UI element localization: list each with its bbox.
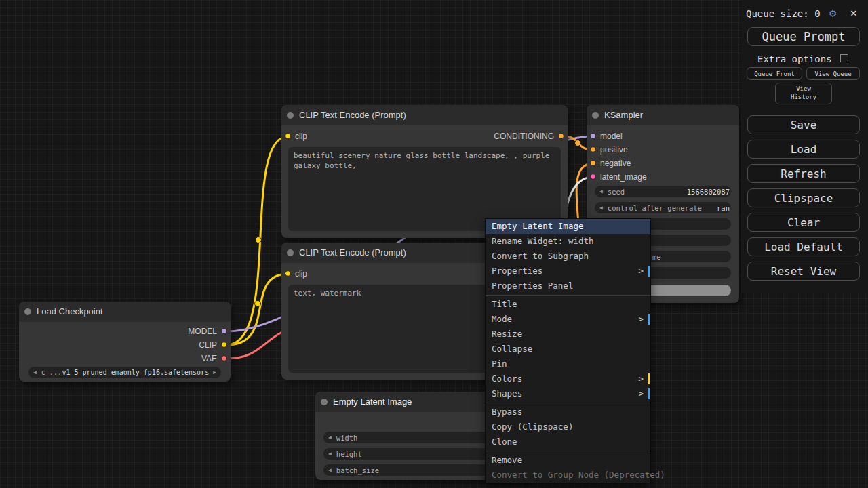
widget-value: v1-5-pruned-emaonly-fp16.safetensors (62, 369, 209, 376)
slot-label: CONDITIONING (494, 130, 554, 142)
menu-separator (486, 451, 650, 451)
menu-item-convert-to-subgraph[interactable]: Convert to Subgraph (486, 249, 650, 264)
menu-item-rename-widget[interactable]: Rename Widget: width (486, 234, 650, 249)
widget-right-arrow-icon[interactable]: ▶ (213, 369, 216, 375)
model-slot-dot[interactable] (590, 133, 596, 139)
view-queue-button[interactable]: View Queue (806, 67, 860, 80)
menu-item-label: Mode (492, 314, 512, 324)
menu-item-shapes[interactable]: Shapes > (486, 386, 650, 401)
node-title: Load Checkpoint (37, 302, 103, 322)
widget-left-arrow-icon[interactable]: ◀ (328, 434, 332, 441)
node-title-bar[interactable]: KSampler (587, 105, 739, 125)
latent-slot-dot[interactable] (590, 174, 596, 180)
menu-item-resize[interactable]: Resize (486, 327, 650, 342)
view-history-button[interactable]: View History (775, 83, 832, 104)
close-icon[interactable]: ✕ (850, 6, 857, 19)
collapse-dot-icon[interactable] (287, 249, 294, 256)
settings-gear-icon[interactable]: ⚙ (829, 6, 836, 20)
widget-value: ran (717, 204, 730, 212)
slot-label: CLIP (199, 339, 217, 351)
menu-item-label: Properties (492, 266, 542, 276)
submenu-arrow-icon: > (638, 371, 644, 386)
output-slot-conditioning[interactable]: CONDITIONING (281, 130, 568, 142)
menu-item-colors[interactable]: Colors > (486, 371, 650, 386)
widget-name-fragment: me (652, 253, 661, 261)
menu-item-mode[interactable]: Mode > (486, 312, 650, 327)
menu-item-copy-clipspace[interactable]: Copy (Clipspace) (486, 420, 650, 434)
widget-left-arrow-icon[interactable]: ◀ (599, 205, 603, 211)
node-load-checkpoint[interactable]: Load Checkpoint MODEL CLIP VAE ◀ c ... v… (19, 302, 231, 382)
conditioning-slot-dot[interactable] (590, 146, 596, 152)
seed-widget[interactable]: ◀ seed 1566802087 (595, 186, 731, 197)
widget-left-arrow-icon[interactable]: ◀ (328, 451, 332, 457)
model-slot-dot[interactable] (221, 328, 227, 334)
menu-item-properties-panel[interactable]: Properties Panel (486, 279, 650, 293)
collapse-dot-icon[interactable] (592, 112, 599, 119)
load-button[interactable]: Load (747, 140, 860, 159)
vae-slot-dot[interactable] (221, 355, 227, 361)
ckpt-name-widget[interactable]: ◀ c ... v1-5-pruned-emaonly-fp16.safeten… (28, 367, 221, 378)
slot-label: positive (600, 144, 628, 156)
save-button[interactable]: Save (747, 115, 860, 134)
edge-marker (648, 373, 650, 384)
widget-left-arrow-icon[interactable]: ◀ (33, 369, 37, 375)
extra-options-checkbox[interactable] (840, 54, 848, 62)
clipspace-button[interactable]: Clipspace (747, 188, 860, 207)
widget-name: control after generate (608, 204, 702, 212)
load-default-button[interactable]: Load Default (747, 237, 860, 256)
collapse-dot-icon[interactable] (321, 399, 328, 405)
widget-name: seed (608, 188, 625, 196)
menu-item-pin[interactable]: Pin (486, 357, 650, 371)
node-title: CLIP Text Encode (Prompt) (299, 105, 406, 125)
menu-item-bypass[interactable]: Bypass (486, 405, 650, 420)
widget-left-arrow-icon[interactable]: ◀ (599, 188, 603, 195)
slot-label: MODEL (188, 325, 217, 338)
conditioning-slot-dot[interactable] (590, 160, 596, 166)
menu-item-label: Colors (492, 373, 522, 384)
input-slot-negative[interactable]: negative (587, 157, 739, 169)
reset-view-button[interactable]: Reset View (747, 262, 860, 281)
widget-left-arrow-icon[interactable]: ◀ (328, 467, 332, 473)
node-title-bar[interactable]: CLIP Text Encode (Prompt) (281, 105, 568, 125)
slot-label: latent_image (600, 171, 647, 183)
node-title-bar[interactable]: Load Checkpoint (19, 302, 231, 322)
collapse-dot-icon[interactable] (24, 308, 31, 315)
menu-item-clone[interactable]: Clone (486, 434, 650, 449)
output-slot-model[interactable]: MODEL (19, 325, 231, 338)
menu-item-remove[interactable]: Remove (486, 453, 650, 468)
widget-name: width (336, 434, 358, 442)
edge-marker (648, 314, 650, 325)
conditioning-slot-dot[interactable] (558, 133, 564, 139)
context-menu-title: Empty Latent Image (486, 219, 650, 234)
submenu-arrow-icon: > (638, 264, 644, 279)
widget-name: c ... (41, 369, 62, 376)
edge-marker (648, 388, 650, 399)
input-slot-positive[interactable]: positive (587, 144, 739, 156)
clip-slot-dot[interactable] (221, 342, 227, 348)
output-slot-vae[interactable]: VAE (19, 352, 231, 365)
menu-item-convert-to-group-node: Convert to Group Node (Deprecated) (486, 468, 650, 483)
submenu-arrow-icon: > (638, 386, 644, 401)
menu-item-label: Shapes (492, 388, 522, 399)
control-after-generate-widget[interactable]: ◀ control after generate ran (595, 202, 731, 214)
menu-item-title[interactable]: Title (486, 297, 650, 312)
queue-front-button[interactable]: Queue Front (747, 67, 802, 80)
widget-name: height (336, 450, 362, 458)
node-title: KSampler (604, 105, 643, 125)
extra-options-label: Extra options (757, 54, 832, 64)
queue-size-label: Queue size: 0 (746, 8, 821, 19)
queue-prompt-button[interactable]: Queue Prompt (747, 27, 860, 46)
refresh-button[interactable]: Refresh (747, 164, 860, 183)
output-slot-clip[interactable]: CLIP (19, 339, 231, 351)
menu-item-properties[interactable]: Properties > (486, 264, 650, 279)
menu-item-collapse[interactable]: Collapse (486, 342, 650, 357)
edge-marker (648, 266, 650, 277)
input-slot-model[interactable]: model (587, 130, 739, 142)
widget-name: batch_size (336, 466, 379, 474)
menu-separator (486, 295, 650, 296)
slot-label: VAE (201, 352, 217, 365)
node-title: Empty Latent Image (333, 392, 412, 412)
clear-button[interactable]: Clear (747, 213, 860, 232)
input-slot-latent-image[interactable]: latent_image (587, 171, 739, 183)
collapse-dot-icon[interactable] (287, 112, 294, 119)
